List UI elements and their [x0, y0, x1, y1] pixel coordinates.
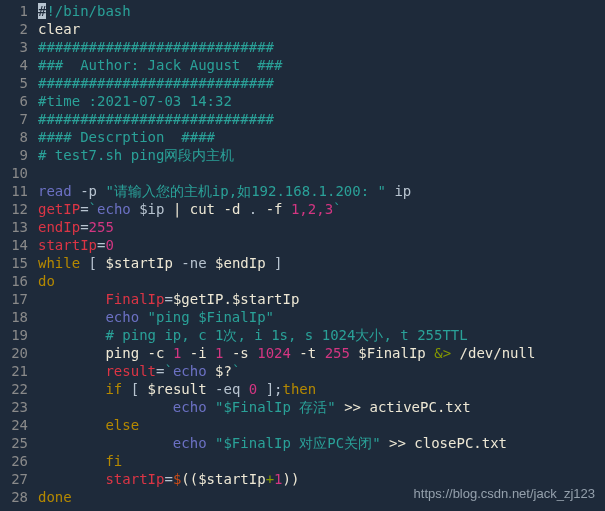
- code-line: fi: [38, 452, 605, 470]
- line-number: 7: [0, 110, 28, 128]
- line-number: 26: [0, 452, 28, 470]
- line-number: 5: [0, 74, 28, 92]
- code-line: else: [38, 416, 605, 434]
- code-line: ############################: [38, 38, 605, 56]
- line-number: 10: [0, 164, 28, 182]
- line-number: 1: [0, 2, 28, 20]
- code-line: if [ $result -eq 0 ];then: [38, 380, 605, 398]
- line-number: 18: [0, 308, 28, 326]
- line-number: 2: [0, 20, 28, 38]
- line-number: 4: [0, 56, 28, 74]
- code-line: #time :2021-07-03 14:32: [38, 92, 605, 110]
- line-number: 20: [0, 344, 28, 362]
- line-number: 6: [0, 92, 28, 110]
- line-number: 19: [0, 326, 28, 344]
- code-line: [38, 164, 605, 182]
- code-line: # test7.sh ping网段内主机: [38, 146, 605, 164]
- code-line: echo "$FinalIp 对应PC关闭" >> closePC.txt: [38, 434, 605, 452]
- line-number-gutter: 1 2 3 4 5 6 7 8 9 10 11 12 13 14 15 16 1…: [0, 2, 38, 506]
- code-line: clear: [38, 20, 605, 38]
- line-number: 11: [0, 182, 28, 200]
- line-number: 17: [0, 290, 28, 308]
- code-line: do: [38, 272, 605, 290]
- line-number: 9: [0, 146, 28, 164]
- line-number: 13: [0, 218, 28, 236]
- line-number: 25: [0, 434, 28, 452]
- code-line: ### Author: Jack August ###: [38, 56, 605, 74]
- code-line: FinalIp=$getIP.$startIp: [38, 290, 605, 308]
- line-number: 8: [0, 128, 28, 146]
- code-line: startIp=0: [38, 236, 605, 254]
- code-line: #### Descrption ####: [38, 128, 605, 146]
- code-line: getIP=`echo $ip | cut -d . -f 1,2,3`: [38, 200, 605, 218]
- line-number: 21: [0, 362, 28, 380]
- code-line: #!/bin/bash: [38, 2, 605, 20]
- code-editor: 1 2 3 4 5 6 7 8 9 10 11 12 13 14 15 16 1…: [0, 0, 605, 506]
- code-line: ############################: [38, 74, 605, 92]
- code-line: echo "ping $FinalIp": [38, 308, 605, 326]
- code-line: while [ $startIp -ne $endIp ]: [38, 254, 605, 272]
- watermark-text: https://blog.csdn.net/jack_zj123: [414, 485, 595, 503]
- line-number: 3: [0, 38, 28, 56]
- line-number: 24: [0, 416, 28, 434]
- code-line: result=`echo $?`: [38, 362, 605, 380]
- code-line: read -p "请输入您的主机ip,如192.168.1.200: " ip: [38, 182, 605, 200]
- line-number: 15: [0, 254, 28, 272]
- code-line: echo "$FinalIp 存活" >> activePC.txt: [38, 398, 605, 416]
- line-number: 28: [0, 488, 28, 506]
- code-line: ############################: [38, 110, 605, 128]
- code-area[interactable]: #!/bin/bash clear ######################…: [38, 2, 605, 506]
- code-line: endIp=255: [38, 218, 605, 236]
- code-line: # ping ip, c 1次, i 1s, s 1024大小, t 255TT…: [38, 326, 605, 344]
- line-number: 16: [0, 272, 28, 290]
- line-number: 14: [0, 236, 28, 254]
- line-number: 23: [0, 398, 28, 416]
- line-number: 22: [0, 380, 28, 398]
- line-number: 27: [0, 470, 28, 488]
- line-number: 12: [0, 200, 28, 218]
- code-line: ping -c 1 -i 1 -s 1024 -t 255 $FinalIp &…: [38, 344, 605, 362]
